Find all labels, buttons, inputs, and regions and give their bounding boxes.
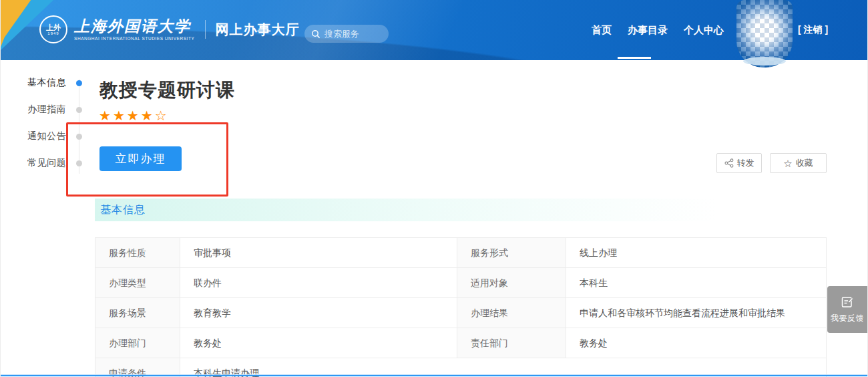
basic-info-table: 服务性质 审批事项 服务形式 线上办理 办理类型 联办件 适用对象 本科生 服务…: [95, 237, 827, 377]
table-value: 本科生: [566, 268, 827, 298]
university-name-en: SHANGHAI INTERNATIONAL STUDIES UNIVERSIT…: [74, 36, 194, 41]
page-title: 教授专题研讨课: [99, 78, 235, 103]
sidebar-dot-icon: [76, 160, 82, 166]
nav-item-service-catalog[interactable]: 办事目录: [628, 24, 668, 37]
search-icon: [311, 29, 320, 39]
university-names: 上海外国语大学 SHANGHAI INTERNATIONAL STUDIES U…: [74, 18, 194, 41]
feedback-edit-icon: [840, 295, 855, 309]
table-label: 服务性质: [95, 238, 180, 268]
share-button[interactable]: 转发: [716, 153, 762, 173]
sidebar-item-faq[interactable]: 常见问题: [27, 150, 91, 176]
search-input[interactable]: [324, 29, 378, 39]
logout-link[interactable]: [ 注销 ]: [798, 0, 828, 60]
section-sidebar: 基本信息 办理指南 通知公告 常见问题: [27, 70, 91, 176]
sidebar-item-label: 办理指南: [27, 104, 66, 116]
sidebar-item-label: 基本信息: [27, 77, 66, 89]
avatar[interactable]: [736, 0, 793, 68]
sidebar-item-guide[interactable]: 办理指南: [27, 96, 91, 123]
table-label: 办理部门: [95, 328, 180, 358]
sidebar-item-label: 通知公告: [27, 130, 66, 142]
sidebar-dot-icon: [76, 134, 82, 140]
star-outline-icon: ☆: [783, 158, 792, 168]
window-bottom-edge: [1, 374, 868, 376]
table-value: 联办件: [180, 268, 457, 298]
portal-title: 网上办事大厅: [215, 21, 299, 39]
seal-text: 上外: [46, 23, 61, 31]
seal-year: 1949: [47, 31, 59, 36]
table-value: 申请人和各审核环节均能查看流程进展和审批结果: [566, 298, 827, 328]
university-seal-icon: 上外 1949: [39, 15, 67, 43]
share-icon: [724, 158, 734, 168]
table-label: 适用对象: [457, 268, 566, 298]
section-title: 基本信息: [100, 203, 146, 217]
share-label: 转发: [737, 157, 754, 169]
table-value: 教育教学: [180, 298, 457, 328]
sidebar-item-basic-info[interactable]: 基本信息: [27, 70, 91, 96]
table-label: 服务场景: [95, 298, 180, 328]
rating-stars: ★★★★☆: [99, 108, 169, 123]
nav-item-home[interactable]: 首页: [592, 24, 612, 37]
browser-page: 上外 1949 上海外国语大学 SHANGHAI INTERNATIONAL S…: [0, 0, 868, 377]
logo-divider: [205, 20, 206, 39]
sidebar-item-label: 常见问题: [27, 157, 66, 169]
table-value: 教务处: [566, 328, 827, 358]
table-value: 审批事项: [180, 238, 457, 268]
table-label: 服务形式: [457, 238, 566, 268]
nav-item-personal-center[interactable]: 个人中心: [684, 24, 724, 37]
table-label: 责任部门: [457, 328, 566, 358]
university-name-cn: 上海外国语大学: [74, 18, 194, 34]
sidebar-item-notices[interactable]: 通知公告: [27, 123, 91, 150]
favorite-label: 收藏: [796, 157, 813, 169]
active-nav-underline: [618, 57, 651, 59]
section-header-basic-info: 基本信息: [95, 199, 827, 221]
table-value: 线上办理: [566, 238, 827, 268]
sidebar-dot-icon: [76, 107, 82, 113]
top-header: 上外 1949 上海外国语大学 SHANGHAI INTERNATIONAL S…: [1, 0, 868, 60]
sidebar-dot-icon: [76, 80, 82, 86]
apply-now-button[interactable]: 立即办理: [99, 146, 182, 171]
table-value: 教务处: [180, 328, 457, 358]
table-label: 办理类型: [95, 268, 180, 298]
feedback-label: 我要反馈: [831, 313, 864, 324]
feedback-button[interactable]: 我要反馈: [827, 286, 867, 333]
university-logo-group[interactable]: 上外 1949 上海外国语大学 SHANGHAI INTERNATIONAL S…: [39, 15, 299, 43]
search-box[interactable]: [304, 25, 389, 43]
table-label: 办理结果: [457, 298, 566, 328]
favorite-button[interactable]: ☆ 收藏: [770, 153, 827, 173]
